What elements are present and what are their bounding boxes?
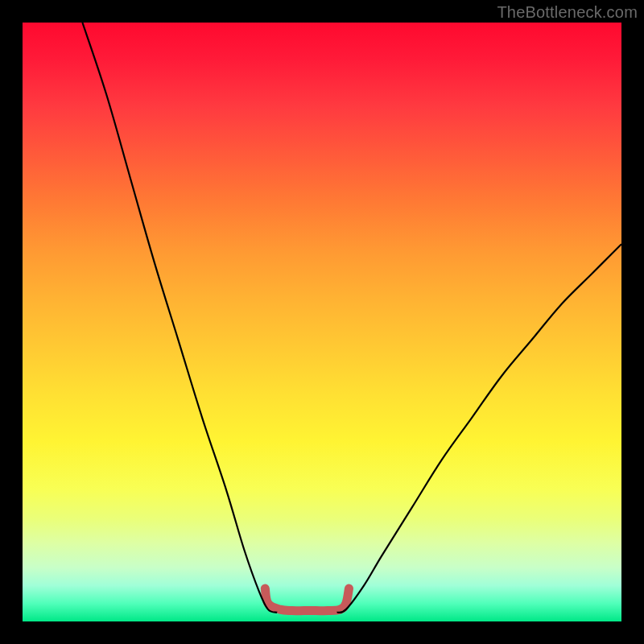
watermark-text: TheBottleneck.com: [497, 3, 638, 22]
chart-plot-area: [23, 23, 621, 621]
chart-frame: TheBottleneck.com: [0, 0, 644, 644]
series-right-curve: [337, 244, 621, 613]
chart-svg: [23, 23, 621, 621]
series-left-curve: [82, 23, 277, 613]
series-bottom-bracket: [265, 588, 349, 611]
